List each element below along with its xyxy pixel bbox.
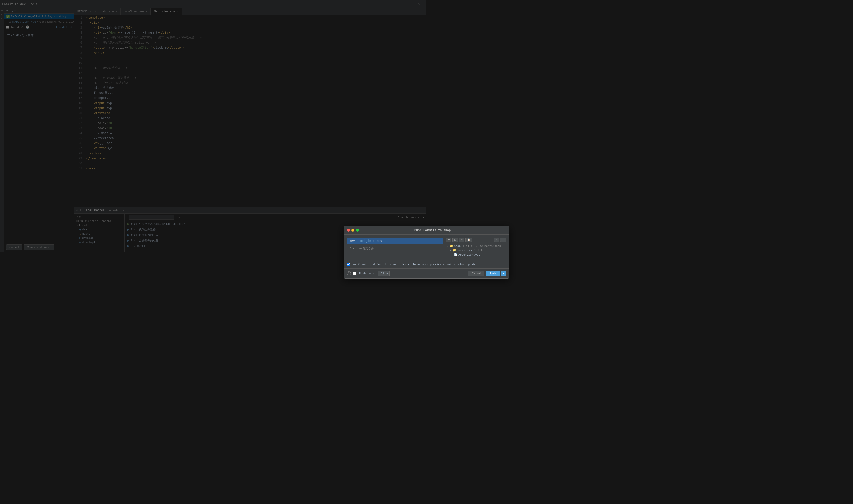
- branch-dev-label: dev: [349, 239, 357, 243]
- fix-commit-label: fix: dev分支合并: [347, 246, 427, 252]
- traffic-light-green[interactable]: [356, 229, 359, 232]
- dialog-title: Push Commits to shop: [359, 228, 427, 232]
- dialog-left: dev → origin : dev fix: dev分支合并: [347, 238, 427, 252]
- branch-origin-label: origin: [360, 239, 371, 243]
- branch-colon: :: [373, 239, 376, 243]
- dialog-titlebar: Push Commits to shop: [344, 226, 427, 235]
- traffic-light-yellow[interactable]: [351, 229, 354, 232]
- dialog-traffic-lights: [347, 229, 359, 232]
- dialog-body: dev → origin : dev fix: dev分支合并 ⇄ ⊞ ✏ 📋 …: [344, 235, 427, 252]
- branch-target-label: dev: [376, 239, 382, 243]
- push-dialog: Push Commits to shop dev → origin : dev …: [343, 226, 427, 252]
- branch-arrow-icon: →: [357, 239, 360, 243]
- dialog-overlay: Push Commits to shop dev → origin : dev …: [0, 0, 427, 252]
- traffic-light-red[interactable]: [347, 229, 350, 232]
- branch-selection-row[interactable]: dev → origin : dev: [347, 238, 427, 244]
